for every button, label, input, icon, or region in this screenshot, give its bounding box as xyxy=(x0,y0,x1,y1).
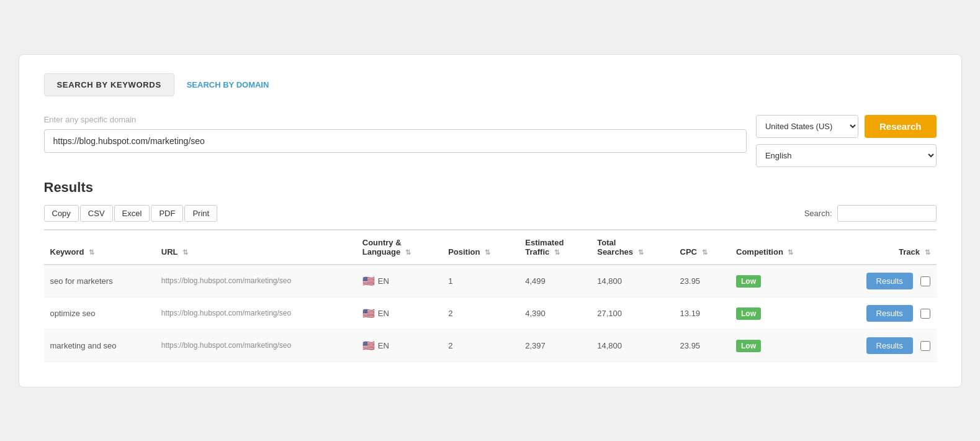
competition-badge: Low xyxy=(736,275,761,288)
url-input-wrap: Enter any specific domain xyxy=(44,115,747,153)
table-search-input[interactable] xyxy=(837,205,937,222)
cell-position: 1 xyxy=(442,265,519,298)
right-controls: United States (US) United Kingdom (UK) C… xyxy=(756,115,937,167)
col-cpc: CPC ⇅ xyxy=(674,230,730,265)
col-total-searches: TotalSearches ⇅ xyxy=(591,230,673,265)
export-pdf-button[interactable]: PDF xyxy=(151,205,183,222)
export-excel-button[interactable]: Excel xyxy=(114,205,150,222)
table-row: optimize seo https://blog.hubspot.com/ma… xyxy=(44,297,937,329)
cell-competition: Low xyxy=(730,297,829,329)
col-keyword: Keyword ⇅ xyxy=(44,230,155,265)
col-competition: Competition ⇅ xyxy=(730,230,829,265)
cell-keyword: seo for marketers xyxy=(44,265,155,298)
cell-position: 2 xyxy=(442,329,519,361)
results-button[interactable]: Results xyxy=(866,273,913,289)
table-toolbar: Copy CSV Excel PDF Print Search: xyxy=(44,205,937,222)
main-card: SEARCH BY KEYWORDS SEARCH BY DOMAIN Ente… xyxy=(19,54,962,388)
language-code: EN xyxy=(378,341,389,350)
track-checkbox[interactable] xyxy=(920,276,930,286)
col-track: Track ⇅ xyxy=(829,230,937,265)
cell-track: Results xyxy=(829,329,937,361)
cell-estimated-traffic: 4,499 xyxy=(519,265,591,298)
results-title: Results xyxy=(44,180,937,196)
cell-country-language: 🇺🇸 EN xyxy=(356,265,442,298)
table-header-row: Keyword ⇅ URL ⇅ Country &Language ⇅ Posi… xyxy=(44,230,937,265)
cell-cpc: 23.95 xyxy=(674,265,730,298)
flag-icon: 🇺🇸 xyxy=(362,340,375,352)
cell-estimated-traffic: 2,397 xyxy=(519,329,591,361)
cell-keyword: optimize seo xyxy=(44,297,155,329)
controls-top: United States (US) United Kingdom (UK) C… xyxy=(756,115,937,138)
tab-search-by-domain[interactable]: SEARCH BY DOMAIN xyxy=(174,73,282,96)
cell-competition: Low xyxy=(730,329,829,361)
cell-total-searches: 27,100 xyxy=(591,297,673,329)
cell-competition: Low xyxy=(730,265,829,298)
cell-url: https://blog.hubspot.com/marketing/seo xyxy=(155,329,356,361)
tab-bar: SEARCH BY KEYWORDS SEARCH BY DOMAIN xyxy=(44,73,937,96)
table-search-label: Search: xyxy=(804,209,832,218)
url-input[interactable] xyxy=(44,129,747,153)
col-position: Position ⇅ xyxy=(442,230,519,265)
cell-track: Results xyxy=(829,297,937,329)
sort-icon-cpc[interactable]: ⇅ xyxy=(702,248,708,257)
search-row: Enter any specific domain United States … xyxy=(44,115,937,167)
cell-position: 2 xyxy=(442,297,519,329)
flag-icon: 🇺🇸 xyxy=(362,307,375,319)
results-button[interactable]: Results xyxy=(866,305,913,322)
tab-search-by-keywords[interactable]: SEARCH BY KEYWORDS xyxy=(44,73,174,96)
cell-estimated-traffic: 4,390 xyxy=(519,297,591,329)
table-search-wrap: Search: xyxy=(804,205,937,222)
sort-icon-keyword[interactable]: ⇅ xyxy=(89,248,94,257)
export-csv-button[interactable]: CSV xyxy=(80,205,113,222)
sort-icon-competition[interactable]: ⇅ xyxy=(788,248,793,257)
table-row: seo for marketers https://blog.hubspot.c… xyxy=(44,265,937,298)
col-country-language: Country &Language ⇅ xyxy=(356,230,442,265)
research-button[interactable]: Research xyxy=(865,115,937,138)
cell-total-searches: 14,800 xyxy=(591,265,673,298)
sort-icon-traffic[interactable]: ⇅ xyxy=(554,248,560,257)
competition-badge: Low xyxy=(736,340,761,352)
export-print-button[interactable]: Print xyxy=(184,205,217,222)
language-code: EN xyxy=(378,309,389,318)
country-select[interactable]: United States (US) United Kingdom (UK) C… xyxy=(756,115,858,138)
cell-total-searches: 14,800 xyxy=(591,329,673,361)
track-checkbox[interactable] xyxy=(920,341,930,351)
cell-country-language: 🇺🇸 EN xyxy=(356,297,442,329)
table-row: marketing and seo https://blog.hubspot.c… xyxy=(44,329,937,361)
col-url: URL ⇅ xyxy=(155,230,356,265)
sort-icon-country[interactable]: ⇅ xyxy=(405,248,411,257)
results-button[interactable]: Results xyxy=(866,337,913,354)
track-checkbox[interactable] xyxy=(920,309,930,319)
cell-keyword: marketing and seo xyxy=(44,329,155,361)
input-label: Enter any specific domain xyxy=(44,115,747,124)
language-select[interactable]: English Spanish French German xyxy=(756,144,937,167)
sort-icon-url[interactable]: ⇅ xyxy=(182,248,188,257)
sort-icon-track[interactable]: ⇅ xyxy=(925,248,930,257)
sort-icon-position[interactable]: ⇅ xyxy=(485,248,490,257)
cell-country-language: 🇺🇸 EN xyxy=(356,329,442,361)
col-estimated-traffic: EstimatedTraffic ⇅ xyxy=(519,230,591,265)
export-copy-button[interactable]: Copy xyxy=(44,205,79,222)
cell-url: https://blog.hubspot.com/marketing/seo xyxy=(155,265,356,298)
cell-track: Results xyxy=(829,265,937,298)
cell-url: https://blog.hubspot.com/marketing/seo xyxy=(155,297,356,329)
sort-icon-searches[interactable]: ⇅ xyxy=(638,248,644,257)
export-buttons: Copy CSV Excel PDF Print xyxy=(44,205,218,222)
cell-cpc: 13.19 xyxy=(674,297,730,329)
competition-badge: Low xyxy=(736,307,761,320)
results-table: Keyword ⇅ URL ⇅ Country &Language ⇅ Posi… xyxy=(44,229,937,362)
language-code: EN xyxy=(378,276,389,286)
flag-icon: 🇺🇸 xyxy=(362,275,375,287)
cell-cpc: 23.95 xyxy=(674,329,730,361)
